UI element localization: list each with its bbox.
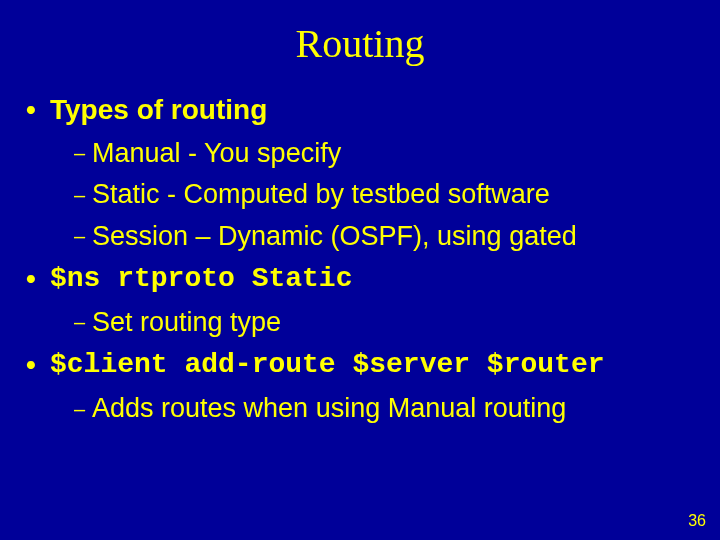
bullet-rtproto: •$ns rtproto Static — [26, 260, 700, 298]
subitem-text: Session – Dynamic (OSPF), using gated — [92, 221, 577, 251]
subitem-text: Set routing type — [92, 307, 281, 337]
bullet-code: $ns rtproto Static — [50, 263, 352, 294]
slide-content: •Types of routing –Manual - You specify … — [0, 91, 720, 427]
dash-icon: – — [74, 140, 92, 167]
subitem-text: Static - Computed by testbed software — [92, 179, 550, 209]
bullet-text: Types of routing — [50, 94, 267, 125]
bullet-add-route: •$client add-route $server $router — [26, 346, 700, 384]
subitem-manual: –Manual - You specify — [74, 135, 700, 171]
subitem-text: Manual - You specify — [92, 138, 341, 168]
dash-icon: – — [74, 182, 92, 209]
subitem-session: –Session – Dynamic (OSPF), using gated — [74, 218, 700, 254]
bullet-code: $client add-route $server $router — [50, 349, 605, 380]
subitem-set-routing-type: –Set routing type — [74, 304, 700, 340]
bullet-marker-icon: • — [26, 346, 50, 384]
slide-title: Routing — [0, 0, 720, 85]
dash-icon: – — [74, 309, 92, 336]
page-number: 36 — [688, 512, 706, 530]
bullet-marker-icon: • — [26, 260, 50, 298]
dash-icon: – — [74, 396, 92, 423]
slide: Routing •Types of routing –Manual - You … — [0, 0, 720, 540]
bullet-types-of-routing: •Types of routing — [26, 91, 700, 129]
bullet-marker-icon: • — [26, 91, 50, 129]
dash-icon: – — [74, 223, 92, 250]
subitem-text: Adds routes when using Manual routing — [92, 393, 566, 423]
subitem-adds-routes: –Adds routes when using Manual routing — [74, 390, 700, 426]
subitem-static: –Static - Computed by testbed software — [74, 176, 700, 212]
